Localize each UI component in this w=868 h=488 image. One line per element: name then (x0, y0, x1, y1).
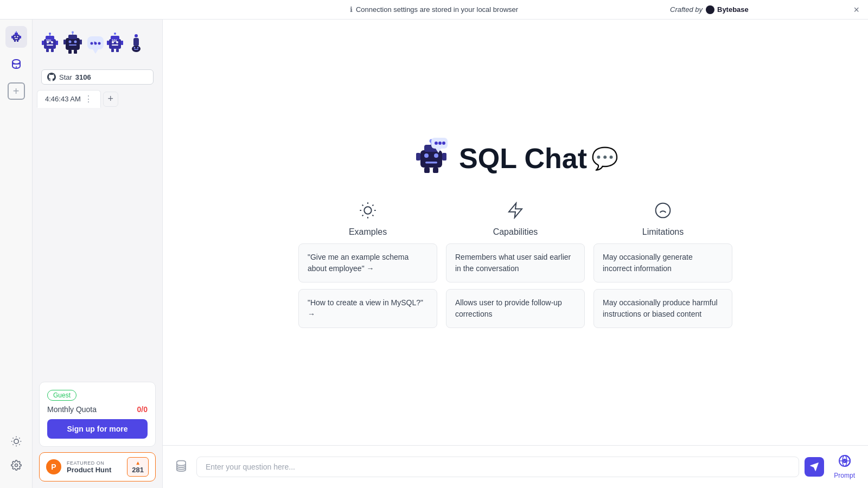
svg-rect-80 (442, 153, 446, 160)
svg-rect-61 (107, 41, 109, 45)
examples-title: Examples (349, 227, 387, 237)
send-button[interactable] (805, 457, 824, 477)
svg-rect-69 (134, 49, 138, 50)
theme-toggle-icon[interactable] (7, 432, 26, 451)
quota-card: Guest Monthly Quota 0/0 Sign up for more (39, 382, 156, 447)
product-hunt-text: FEATURED ON Product Hunt (67, 460, 111, 474)
svg-line-23 (12, 444, 13, 445)
db-connect-icon (171, 457, 191, 477)
examples-header: Examples (298, 202, 437, 237)
svg-rect-12 (17, 40, 18, 42)
svg-point-7 (17, 36, 18, 37)
svg-rect-2 (13, 35, 20, 40)
example-card-1[interactable]: "Give me an example schema about employe… (298, 243, 437, 282)
bytebase-logo: Bytebase (705, 5, 760, 15)
sidebar-icon-postgres[interactable] (5, 53, 27, 75)
svg-rect-33 (42, 41, 44, 45)
crafted-by: Crafted by Bytebase (670, 5, 760, 15)
limitation-card-2: May occasionally produce harmful instruc… (593, 289, 732, 328)
github-star-count: 3106 (75, 73, 91, 81)
feature-columns: Examples "Give me an example schema abou… (298, 202, 732, 328)
svg-point-87 (442, 142, 445, 145)
prompt-button[interactable]: Prompt (829, 452, 859, 481)
svg-rect-46 (80, 40, 82, 44)
svg-text:Bytebase: Bytebase (717, 5, 749, 14)
svg-point-71 (135, 34, 138, 37)
quota-value: 0/0 (137, 405, 148, 414)
svg-marker-50 (93, 49, 98, 54)
svg-marker-97 (509, 203, 522, 218)
svg-rect-34 (56, 41, 58, 45)
logo-area: SQL · (33, 20, 162, 69)
svg-point-54 (98, 42, 101, 45)
svg-point-88 (364, 207, 371, 214)
svg-point-5 (16, 31, 17, 33)
top-banner: ℹ Connection settings are stored in your… (0, 0, 868, 20)
svg-rect-64 (116, 49, 119, 52)
signup-button[interactable]: Sign up for more (47, 419, 148, 439)
svg-rect-60 (112, 44, 118, 46)
sidebar-icon-robot[interactable] (5, 26, 27, 48)
svg-rect-48 (74, 50, 77, 54)
svg-point-6 (14, 36, 15, 37)
svg-point-42 (69, 41, 72, 43)
capability-card-2: Allows user to provide follow-up correct… (446, 289, 585, 328)
svg-point-77 (434, 153, 438, 158)
main-content: SQL Chat 💬 (163, 20, 868, 488)
prompt-label: Prompt (834, 472, 855, 479)
product-hunt-badge[interactable]: P FEATURED ON Product Hunt ▲ 281 (39, 452, 156, 481)
chat-input[interactable] (196, 457, 799, 477)
svg-point-85 (435, 142, 438, 145)
quota-row: Monthly Quota 0/0 (47, 405, 148, 414)
tab-label: 4:46:43 AM (45, 95, 81, 103)
example-card-2[interactable]: "How to create a view in MySQL?" → (298, 289, 437, 328)
svg-rect-9 (11, 36, 13, 38)
monthly-quota-label: Monthly Quota (47, 405, 97, 414)
svg-rect-82 (433, 168, 438, 173)
limitations-icon (654, 202, 672, 223)
hero-title: SQL Chat 💬 (459, 142, 618, 175)
svg-rect-63 (111, 49, 114, 52)
capabilities-title: Capabilities (493, 227, 538, 237)
examples-icon (359, 202, 376, 223)
limitations-header: Limitations (593, 202, 732, 237)
svg-point-57 (114, 33, 116, 35)
svg-rect-35 (46, 49, 49, 52)
settings-icon[interactable] (7, 455, 26, 475)
svg-line-91 (362, 205, 363, 206)
svg-line-20 (19, 444, 20, 445)
svg-point-53 (94, 42, 97, 45)
svg-text:SQL: SQL (112, 38, 118, 42)
ph-featured-label: FEATURED ON (67, 460, 111, 466)
left-panel: SQL · (33, 20, 163, 488)
svg-rect-70 (133, 38, 139, 46)
svg-text:SQL: SQL (46, 38, 52, 42)
limitations-cards: May occasionally generate incorrect info… (593, 243, 732, 328)
github-star-button[interactable]: Star 3106 (41, 69, 154, 85)
left-panel-bottom: Guest Monthly Quota 0/0 Sign up for more… (33, 375, 162, 488)
svg-rect-62 (121, 41, 123, 45)
sidebar-icon-add[interactable]: + (8, 82, 25, 100)
svg-rect-38 (66, 38, 80, 50)
capabilities-column: Capabilities Remembers what user said ea… (446, 202, 585, 328)
tab-session[interactable]: 4:46:43 AM ⋮ (37, 90, 101, 108)
svg-rect-79 (416, 153, 420, 160)
svg-rect-39 (68, 35, 77, 39)
tabs-area: 4:46:43 AM ⋮ + (33, 90, 162, 108)
ph-votes-area: ▲ 281 (127, 457, 149, 477)
add-tab-button[interactable]: + (103, 92, 118, 107)
svg-rect-72 (420, 150, 442, 168)
examples-cards: "Give me an example schema about employe… (298, 243, 437, 328)
svg-line-24 (19, 438, 20, 439)
ph-name: Product Hunt (67, 466, 111, 474)
tab-menu-icon: ⋮ (84, 94, 93, 104)
close-button[interactable]: × (853, 5, 859, 15)
chat-input-area: Prompt (163, 445, 868, 488)
limitations-title: Limitations (642, 227, 684, 237)
product-hunt-logo: P (46, 459, 61, 474)
sql-chat-logo-image: SQL · (41, 28, 142, 61)
ph-vote-count: 281 (132, 466, 144, 474)
svg-rect-45 (63, 40, 66, 44)
svg-point-43 (74, 41, 77, 43)
svg-line-19 (12, 438, 13, 439)
